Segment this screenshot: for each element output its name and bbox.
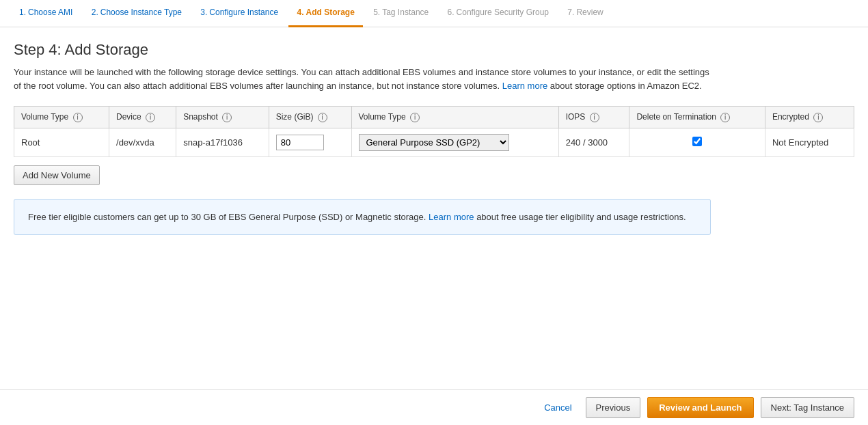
cell-delete-on-termination[interactable]: [629, 128, 765, 156]
wizard-step-configure-instance[interactable]: 3. Configure Instance: [192, 0, 286, 27]
cell-snapshot: snap-a17f1036: [176, 128, 269, 156]
wizard-step-tag-instance[interactable]: 5. Tag Instance: [365, 0, 437, 27]
col-header-volume-type-select: Volume Type i: [351, 107, 558, 128]
page-title: Step 4: Add Storage: [14, 41, 854, 59]
cell-device: /dev/xvda: [109, 128, 176, 156]
storage-table: Volume Type i Device i Snapshot i Size (…: [14, 106, 854, 157]
cell-iops: 240 / 3000: [558, 128, 629, 156]
col-header-snapshot: Snapshot i: [176, 107, 269, 128]
cell-volume-type-select[interactable]: General Purpose SSD (GP2) Provisioned IO…: [351, 128, 558, 156]
cell-volume-type: Root: [14, 128, 109, 156]
wizard-navigation: 1. Choose AMI 2. Choose Instance Type 3.…: [0, 0, 868, 27]
cell-size[interactable]: [269, 128, 351, 156]
col-header-device: Device i: [109, 107, 176, 128]
encrypted-info-icon[interactable]: i: [813, 113, 823, 122]
wizard-step-review[interactable]: 7. Review: [559, 0, 611, 27]
col-header-iops: IOPS i: [558, 107, 629, 128]
wizard-step-choose-instance-type[interactable]: 2. Choose Instance Type: [83, 0, 190, 27]
info-box-learn-more-link[interactable]: Learn more: [429, 212, 474, 222]
size-info-icon[interactable]: i: [318, 113, 327, 122]
learn-more-link-1[interactable]: Learn more: [502, 81, 547, 91]
page-content: Step 4: Add Storage Your instance will b…: [0, 27, 868, 290]
delete-on-termination-info-icon[interactable]: i: [720, 113, 730, 122]
col-header-delete-on-termination: Delete on Termination i: [629, 107, 765, 128]
col-header-encrypted: Encrypted i: [765, 107, 854, 128]
volume-type-dropdown[interactable]: General Purpose SSD (GP2) Provisioned IO…: [359, 134, 509, 151]
size-input[interactable]: [276, 135, 324, 150]
wizard-step-add-storage[interactable]: 4. Add Storage: [288, 0, 362, 27]
iops-info-icon[interactable]: i: [590, 113, 599, 122]
cell-encrypted: Not Encrypted: [765, 128, 854, 156]
col-header-volume-type: Volume Type i: [14, 107, 109, 128]
snapshot-info-icon[interactable]: i: [222, 113, 232, 122]
volume-type-info-icon[interactable]: i: [73, 113, 83, 122]
delete-on-termination-checkbox[interactable]: [692, 137, 702, 146]
col-header-size: Size (GiB) i: [269, 107, 351, 128]
volume-type-select-info-icon[interactable]: i: [410, 113, 420, 122]
device-info-icon[interactable]: i: [146, 113, 155, 122]
info-box: Free tier eligible customers can get up …: [14, 199, 711, 236]
wizard-step-choose-ami[interactable]: 1. Choose AMI: [11, 0, 81, 27]
wizard-step-configure-security-group[interactable]: 6. Configure Security Group: [439, 0, 557, 27]
page-description: Your instance will be launched with the …: [14, 66, 711, 92]
info-box-text-1: Free tier eligible customers can get up …: [28, 212, 426, 222]
table-row: Root /dev/xvda snap-a17f1036 General Pur…: [14, 128, 854, 156]
add-new-volume-button[interactable]: Add New Volume: [14, 165, 100, 185]
